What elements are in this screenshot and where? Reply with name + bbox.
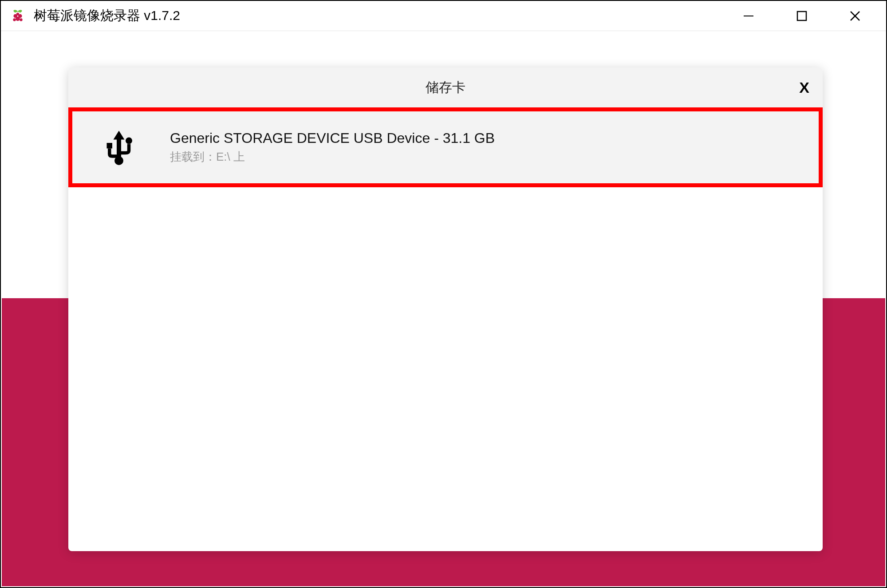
raspberry-pi-icon [10, 8, 26, 24]
dialog-header: 储存卡 X [68, 67, 823, 107]
title-bar: 树莓派镜像烧录器 v1.7.2 [1, 1, 886, 31]
window-title: 树莓派镜像烧录器 v1.7.2 [34, 7, 180, 25]
svg-point-14 [126, 138, 132, 144]
device-name: Generic STORAGE DEVICE USB Device - 31.1… [170, 130, 495, 146]
svg-point-4 [20, 18, 22, 21]
dialog-title: 储存卡 [426, 79, 465, 97]
svg-point-3 [13, 18, 16, 21]
svg-rect-7 [797, 12, 806, 20]
maximize-button[interactable] [788, 3, 815, 29]
svg-marker-10 [114, 131, 125, 152]
minimize-button[interactable] [735, 3, 762, 29]
storage-device-item[interactable]: Generic STORAGE DEVICE USB Device - 31.1… [68, 107, 823, 187]
close-icon[interactable]: X [799, 79, 809, 96]
storage-dialog: 储存卡 X [68, 67, 823, 551]
usb-icon [99, 127, 139, 167]
svg-point-5 [16, 12, 19, 15]
content-area: 储存卡 X [2, 32, 885, 586]
window-controls [735, 3, 882, 29]
device-mount: 挂载到：E:\ 上 [170, 149, 495, 165]
svg-rect-13 [107, 143, 113, 149]
svg-point-2 [16, 16, 20, 21]
close-window-button[interactable] [842, 3, 868, 29]
app-window: 树莓派镜像烧录器 v1.7.2 储存卡 X [0, 0, 887, 588]
device-text: Generic STORAGE DEVICE USB Device - 31.1… [170, 130, 495, 165]
